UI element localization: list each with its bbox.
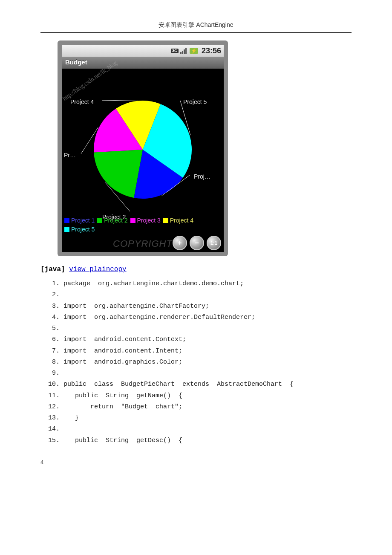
legend-swatch: [163, 218, 168, 223]
legend-label: Project 1: [71, 216, 95, 225]
phone-screen: 3G ⚡ 23:56 Budget http://blog.csdn.net/l…: [62, 45, 224, 252]
code-line: import org.achartengine.ChartFactory;: [63, 301, 352, 312]
copy-link[interactable]: copy: [110, 266, 126, 273]
code-line: [63, 424, 352, 435]
code-line: [63, 289, 352, 301]
battery-icon: ⚡: [190, 48, 198, 54]
svg-line-7: [102, 100, 138, 101]
android-status-bar: 3G ⚡ 23:56: [62, 45, 224, 57]
zoom-controls: + − 1:1: [173, 236, 221, 250]
chart-legend: Project 1Project 2Project 3Project 4Proj…: [64, 216, 221, 234]
code-line: public class BudgetPieChart extends Abst…: [63, 379, 352, 390]
code-listing: package org.achartengine.chartdemo.demo.…: [40, 278, 352, 446]
code-line: return "Budget chart";: [63, 402, 352, 413]
code-line: public String getDesc() {: [63, 435, 352, 446]
legend-item: Project 4: [163, 216, 193, 225]
code-line: [63, 323, 352, 334]
view-plain-link[interactable]: view plain: [69, 266, 110, 273]
code-header: [java] view plaincopy: [40, 266, 352, 273]
phone-frame: 3G ⚡ 23:56 Budget http://blog.csdn.net/l…: [58, 40, 228, 256]
code-line: }: [63, 413, 352, 424]
clock: 23:56: [202, 46, 221, 55]
legend-swatch: [64, 218, 69, 223]
code-line: import android.content.Intent;: [63, 346, 352, 357]
code-line: [63, 368, 352, 379]
legend-item: Project 5: [64, 225, 95, 234]
signal-icon: [180, 48, 188, 54]
network-3g-icon: 3G: [171, 49, 179, 53]
svg-rect-1: [182, 51, 183, 54]
page-number: 4: [40, 459, 352, 465]
page-header: 安卓图表引擎 AChartEngine: [40, 21, 352, 29]
pie-slice-label: Project 4: [70, 98, 94, 105]
legend-item: Project 3: [130, 216, 161, 225]
legend-swatch: [130, 218, 135, 223]
document-page: 安卓图表引擎 AChartEngine 3G ⚡ 23:56 Budget ht…: [0, 0, 392, 478]
zoom-out-button[interactable]: −: [190, 236, 204, 250]
app-title-bar: Budget: [62, 57, 224, 69]
svg-rect-2: [184, 49, 185, 54]
legend-label: Project 3: [137, 216, 161, 225]
legend-swatch: [64, 227, 69, 232]
svg-rect-3: [185, 48, 187, 54]
code-line: import android.graphics.Color;: [63, 357, 352, 368]
legend-label: Project 4: [170, 216, 193, 225]
zoom-in-button[interactable]: +: [173, 236, 187, 250]
pie-slice-label: Project 5: [183, 98, 207, 105]
zoom-fit-button[interactable]: 1:1: [207, 236, 221, 250]
code-line: import android.content.Context;: [63, 334, 352, 345]
pie-chart[interactable]: http://blog.csdn.net/lk_blog Project 1Pr…: [62, 69, 224, 252]
legend-label: Project 5: [71, 225, 95, 234]
pie-slice-label: Pr…: [64, 152, 76, 159]
code-line: public String getName() {: [63, 390, 352, 402]
pie-slice-label: Project 2: [102, 214, 126, 220]
code-line: package org.achartengine.chartdemo.demo.…: [63, 278, 352, 289]
code-line: import org.achartengine.renderer.Default…: [63, 312, 352, 323]
header-rule: [40, 32, 352, 33]
legend-item: Project 1: [64, 216, 95, 225]
legend-swatch: [97, 218, 102, 223]
pie-slice-label: Proj…: [194, 173, 210, 180]
code-lang-label: [java]: [40, 266, 65, 273]
svg-rect-0: [180, 52, 182, 54]
